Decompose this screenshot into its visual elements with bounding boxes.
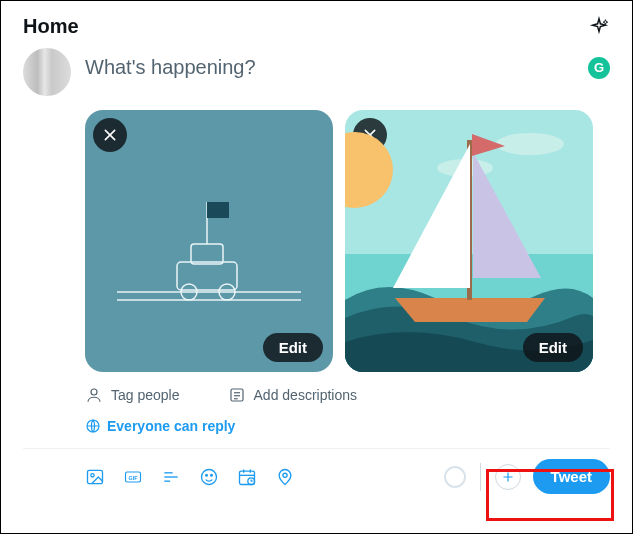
- character-count-circle: [444, 466, 466, 488]
- emoji-icon[interactable]: [199, 467, 219, 487]
- edit-button[interactable]: Edit: [523, 333, 583, 362]
- reply-setting-button[interactable]: Everyone can reply: [85, 418, 610, 434]
- tweet-button[interactable]: Tweet: [533, 459, 610, 494]
- schedule-icon[interactable]: [237, 467, 257, 487]
- add-thread-button[interactable]: [495, 464, 521, 490]
- divider: [23, 448, 610, 449]
- divider: [480, 463, 481, 491]
- grammarly-icon[interactable]: G: [588, 57, 610, 79]
- svg-point-19: [91, 473, 94, 476]
- reply-setting-label: Everyone can reply: [107, 418, 235, 434]
- tag-people-label: Tag people: [111, 387, 180, 403]
- svg-rect-18: [88, 470, 103, 483]
- page-title: Home: [23, 15, 79, 38]
- svg-rect-3: [191, 244, 223, 264]
- sparkle-icon[interactable]: [588, 16, 610, 38]
- avatar[interactable]: [23, 48, 71, 96]
- media-attachment: Edit: [345, 110, 593, 372]
- svg-point-26: [206, 474, 208, 476]
- gif-icon[interactable]: GIF: [123, 467, 143, 487]
- location-icon[interactable]: [275, 467, 295, 487]
- svg-point-9: [496, 133, 564, 155]
- svg-point-8: [345, 132, 393, 208]
- svg-point-32: [248, 477, 255, 484]
- tag-people-button[interactable]: Tag people: [85, 386, 180, 404]
- image-icon[interactable]: [85, 467, 105, 487]
- close-icon[interactable]: [93, 118, 127, 152]
- add-descriptions-button[interactable]: Add descriptions: [228, 386, 358, 404]
- person-icon: [85, 386, 103, 404]
- media-attachment: Edit: [85, 110, 333, 372]
- svg-point-12: [91, 389, 97, 395]
- edit-button[interactable]: Edit: [263, 333, 323, 362]
- description-icon: [228, 386, 246, 404]
- compose-input[interactable]: [85, 56, 588, 79]
- svg-point-35: [283, 473, 287, 477]
- svg-text:GIF: GIF: [128, 474, 138, 480]
- poll-icon[interactable]: [161, 467, 181, 487]
- svg-rect-7: [207, 202, 229, 218]
- add-descriptions-label: Add descriptions: [254, 387, 358, 403]
- svg-point-27: [211, 474, 213, 476]
- svg-rect-2: [177, 262, 237, 290]
- svg-point-25: [202, 469, 217, 484]
- globe-icon: [85, 418, 101, 434]
